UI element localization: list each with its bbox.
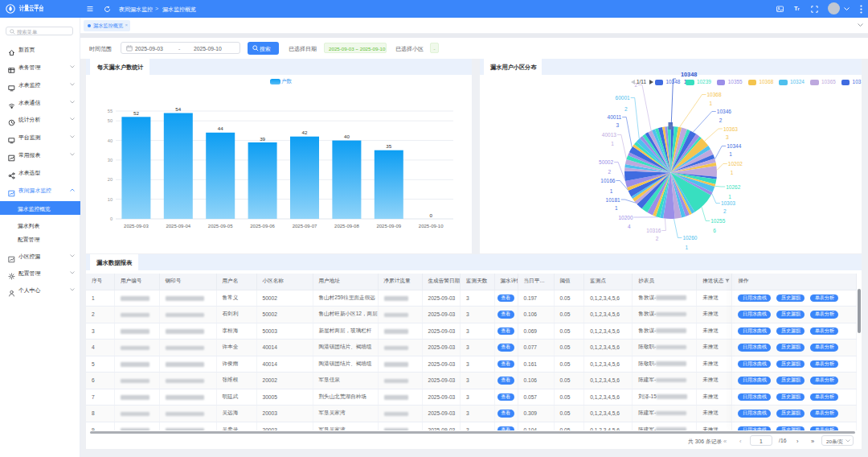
svg-text:40: 40 xyxy=(344,134,350,139)
svg-text:10202: 10202 xyxy=(728,161,743,167)
svg-text:2: 2 xyxy=(719,117,723,123)
svg-text:10262: 10262 xyxy=(726,184,740,190)
svg-text:10368: 10368 xyxy=(707,92,722,97)
svg-text:1: 1 xyxy=(610,188,613,194)
svg-text:55: 55 xyxy=(108,109,113,113)
svg-text:10348: 10348 xyxy=(681,71,697,78)
svg-text:40: 40 xyxy=(108,138,113,143)
svg-text:2025-09-08: 2025-09-08 xyxy=(334,224,359,228)
svg-text:2025-09-06: 2025-09-06 xyxy=(250,224,275,228)
svg-text:2025-09-05: 2025-09-05 xyxy=(208,224,233,228)
svg-text:3: 3 xyxy=(726,134,729,140)
svg-text:2025-09-07: 2025-09-07 xyxy=(293,224,317,228)
svg-text:10: 10 xyxy=(108,197,113,202)
svg-text:10316: 10316 xyxy=(646,228,661,233)
svg-text:2: 2 xyxy=(608,169,611,175)
svg-text:1: 1 xyxy=(728,194,731,200)
svg-text:0: 0 xyxy=(429,212,432,218)
svg-text:1: 1 xyxy=(710,101,713,106)
svg-text:2: 2 xyxy=(723,208,727,214)
svg-text:2: 2 xyxy=(656,236,659,241)
svg-text:44: 44 xyxy=(218,126,223,131)
svg-text:54: 54 xyxy=(175,106,181,112)
svg-text:40013: 40013 xyxy=(602,132,616,138)
svg-text:10255: 10255 xyxy=(710,218,725,224)
svg-text:1: 1 xyxy=(731,170,734,175)
svg-text:6: 6 xyxy=(713,228,716,233)
svg-text:52: 52 xyxy=(133,110,139,116)
svg-text:2025-09-10: 2025-09-10 xyxy=(419,224,444,228)
svg-text:1: 1 xyxy=(685,245,688,250)
svg-text:1: 1 xyxy=(729,151,732,157)
svg-text:20: 20 xyxy=(108,177,113,182)
svg-text:2025-09-04: 2025-09-04 xyxy=(166,224,190,228)
svg-text:10346: 10346 xyxy=(717,109,731,114)
svg-text:4: 4 xyxy=(628,224,631,229)
svg-text:10181: 10181 xyxy=(606,197,620,203)
svg-text:10344: 10344 xyxy=(727,143,741,149)
svg-text:1: 1 xyxy=(615,205,618,211)
svg-text:30: 30 xyxy=(108,158,113,163)
svg-text:50002: 50002 xyxy=(599,159,613,165)
svg-text:42: 42 xyxy=(302,130,308,135)
svg-text:10166: 10166 xyxy=(600,178,615,183)
svg-text:40011: 40011 xyxy=(608,114,622,120)
svg-text:2025-09-09: 2025-09-09 xyxy=(376,224,401,228)
svg-text:10363: 10363 xyxy=(723,126,738,132)
svg-text:35: 35 xyxy=(386,143,391,149)
svg-text:1: 1 xyxy=(611,141,614,146)
svg-text:10303: 10303 xyxy=(721,200,735,206)
svg-text:10200: 10200 xyxy=(618,215,633,220)
svg-text:0: 0 xyxy=(110,216,113,221)
svg-text:10260: 10260 xyxy=(682,235,697,241)
svg-text:50: 50 xyxy=(108,118,113,123)
svg-text:3: 3 xyxy=(616,122,620,128)
svg-text:39: 39 xyxy=(260,136,265,142)
svg-text:60001: 60001 xyxy=(616,95,630,101)
svg-text:2: 2 xyxy=(624,106,628,112)
svg-text:2025-09-03: 2025-09-03 xyxy=(124,224,149,228)
